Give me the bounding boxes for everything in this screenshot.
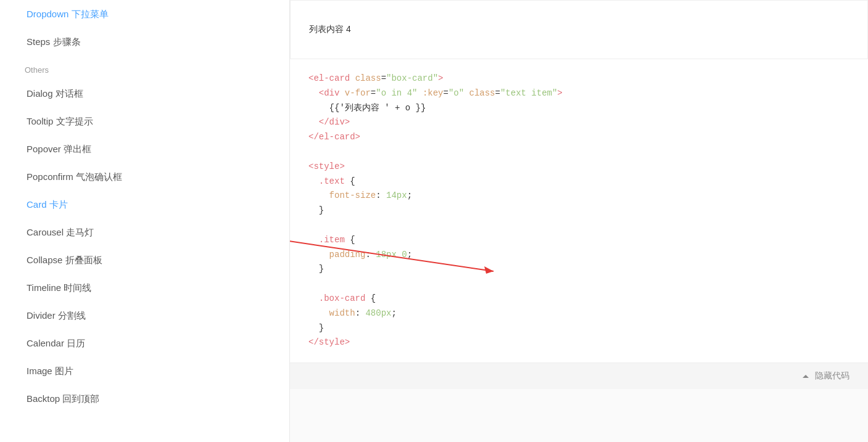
code-line-5: </el-card> xyxy=(308,130,849,145)
sidebar: Dropdown 下拉菜单 Steps 步骤条 Others Dialog 对话… xyxy=(0,0,290,442)
code-line-box-close: } xyxy=(308,321,849,336)
code-area: <el-card class="box-card"> <div v-for="o… xyxy=(290,59,868,362)
preview-area: 列表内容 4 xyxy=(290,0,868,59)
sidebar-item-tooltip[interactable]: Tooltip 文字提示 xyxy=(0,107,289,135)
sidebar-item-dropdown[interactable]: Dropdown 下拉菜单 xyxy=(0,0,289,28)
code-line-2: <div v-for="o in 4" :key="o" class="text… xyxy=(308,86,849,101)
code-line-text-sel: .text { xyxy=(308,174,849,189)
code-line-text-close: } xyxy=(308,203,849,218)
code-line-font-size: font-size: 14px; xyxy=(308,189,849,203)
code-line-1: <el-card class="box-card"> xyxy=(308,72,849,86)
sidebar-item-divider[interactable]: Divider 分割线 xyxy=(0,301,289,329)
sidebar-item-image[interactable]: Image 图片 xyxy=(0,357,289,385)
code-line-width: width: 480px; xyxy=(308,306,849,321)
code-line-3: {{'列表内容 ' + o }} xyxy=(308,101,849,116)
hide-code-bar[interactable]: 隐藏代码 xyxy=(290,362,868,389)
code-line-item-close: } xyxy=(308,262,849,277)
code-line-box-sel: .box-card { xyxy=(308,292,849,306)
sidebar-section-others: Others xyxy=(0,55,289,80)
code-line-4: </div> xyxy=(308,115,849,130)
sidebar-item-popconfirm[interactable]: Popconfirm 气泡确认框 xyxy=(0,163,289,190)
sidebar-item-card[interactable]: Card 卡片 xyxy=(0,190,289,218)
code-line-item-sel: .item { xyxy=(308,233,849,248)
code-line-blank2 xyxy=(308,218,849,233)
main-content: 列表内容 4 <el-card class="box-card"> <div v… xyxy=(290,0,868,442)
code-line-blank3 xyxy=(308,277,849,292)
code-line-style-open: <style> xyxy=(308,160,849,174)
list-item-preview: 列表内容 4 xyxy=(309,13,351,46)
chevron-up-icon xyxy=(803,375,809,378)
code-line-blank1 xyxy=(308,145,849,160)
sidebar-item-carousel[interactable]: Carousel 走马灯 xyxy=(0,218,289,246)
sidebar-item-steps[interactable]: Steps 步骤条 xyxy=(0,28,289,55)
code-line-padding: padding: 18px 0; xyxy=(308,248,849,263)
sidebar-item-collapse[interactable]: Collapse 折叠面板 xyxy=(0,246,289,274)
sidebar-item-backtop[interactable]: Backtop 回到顶部 xyxy=(0,385,289,412)
code-line-style-close: </style> xyxy=(308,335,849,350)
sidebar-item-dialog[interactable]: Dialog 对话框 xyxy=(0,80,289,107)
sidebar-item-timeline[interactable]: Timeline 时间线 xyxy=(0,274,289,301)
sidebar-item-calendar[interactable]: Calendar 日历 xyxy=(0,329,289,357)
hide-code-label: 隐藏代码 xyxy=(815,370,849,382)
sidebar-item-popover[interactable]: Popover 弹出框 xyxy=(0,135,289,163)
